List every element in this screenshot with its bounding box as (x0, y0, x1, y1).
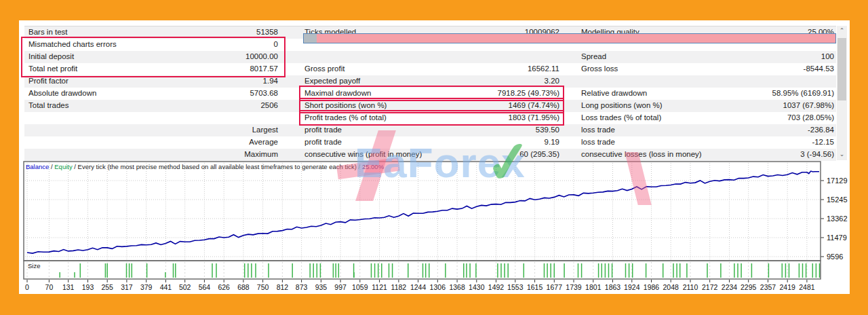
report-value: 58.95% (6169.91) (581, 89, 834, 97)
x-axis-label: 1059 (352, 283, 368, 291)
y-axis-label: 15245 (827, 196, 848, 204)
size-panel-bg (24, 261, 821, 279)
report-value: 3 (-94.56) (581, 150, 834, 158)
x-axis-label: 317 (121, 283, 133, 291)
legend-balance-label: Balance (26, 163, 49, 170)
x-axis-label: 2048 (663, 283, 679, 291)
chart-legend-line: Balance / Equity / Every tick (the most … (26, 163, 384, 170)
balance-chart: 1712915245133621147995960701311932553173… (23, 161, 850, 294)
report-value: -8544.53 (581, 64, 834, 73)
scroll-up-button[interactable]: ⌃ (837, 26, 847, 37)
report-value: 100 (581, 52, 834, 60)
chevron-up-icon: ⌃ (840, 27, 845, 34)
x-axis-label: 1492 (488, 283, 505, 291)
x-axis-label: 1986 (644, 283, 660, 291)
x-axis-label: 626 (218, 283, 230, 291)
report-row: Averageprofit trade9.19loss trade-12.15 (24, 136, 836, 149)
report-value: 2506 (28, 101, 278, 109)
x-axis-label: 1306 (430, 283, 446, 291)
legend-separator: / (357, 163, 362, 170)
x-axis-label: 255 (101, 283, 113, 291)
x-axis-label: 1801 (585, 283, 601, 291)
report-row: Largestprofit trade539.50loss trade-236.… (24, 124, 836, 136)
x-axis-label: 1121 (372, 283, 387, 291)
report-value: -236.84 (581, 126, 834, 134)
x-axis-label: 131 (62, 283, 75, 291)
report-value: 1803 (71.95%) (304, 113, 559, 122)
x-axis-label: 750 (257, 283, 269, 291)
report-value: 5703.68 (28, 89, 278, 97)
report-row: Initial deposit10000.00Spread100 (24, 51, 836, 63)
report-value: 8017.57 (28, 64, 278, 73)
scrollbar-thumb[interactable] (837, 38, 846, 100)
x-axis-label: 2481 (799, 283, 815, 291)
y-axis-label: 17129 (827, 177, 848, 185)
report-value: 7918.25 (49.73%) (304, 89, 559, 97)
x-axis-label: 1615 (527, 283, 543, 291)
x-axis-label: 0 (25, 283, 29, 291)
legend-equity-label: Equity (54, 163, 72, 170)
x-axis-label: 1182 (391, 283, 407, 291)
x-axis-label: 2419 (780, 283, 796, 291)
report-value: 9.19 (304, 138, 559, 146)
vertical-scrollbar[interactable]: ⌃ ⌄ (837, 26, 847, 160)
x-axis-label: 1368 (449, 283, 465, 291)
report-content-area: Bars in test51358Ticks modelled10009062M… (19, 20, 850, 294)
report-value: 0 (28, 40, 278, 48)
x-axis-label: 935 (315, 283, 328, 291)
x-axis-label: 2110 (683, 283, 698, 291)
report-value: 1037 (67.98%) (581, 101, 834, 109)
report-value: 10000.00 (28, 52, 278, 60)
x-axis-label: 441 (160, 283, 172, 291)
report-value: Maximum (28, 150, 278, 158)
report-value: 16562.11 (304, 64, 559, 73)
x-axis-label: 812 (277, 283, 289, 291)
x-axis-label: 688 (237, 283, 250, 291)
x-axis-label: 193 (82, 283, 94, 291)
x-axis-label: 2295 (741, 283, 757, 291)
report-value: 539.50 (304, 126, 559, 134)
report-value: 51358 (28, 28, 278, 36)
legend-method-text: Every tick (the most precise method base… (78, 163, 357, 170)
x-axis-label: 379 (140, 283, 153, 291)
report-row: Total trades2506Short positions (won %)1… (24, 100, 836, 112)
x-axis-label: 1739 (566, 283, 582, 291)
y-axis-label: 9596 (827, 253, 843, 261)
x-axis-label: 1863 (605, 283, 621, 291)
report-row: Maximumconsecutive wins (profit in money… (24, 149, 836, 161)
legend-separator: / (73, 163, 78, 170)
scroll-down-button[interactable]: ⌄ (837, 149, 847, 160)
backtest-report-table: Bars in test51358Ticks modelled10009062M… (24, 26, 836, 161)
report-value: 1.94 (28, 77, 278, 85)
report-value: Average (28, 138, 278, 146)
x-axis-label: 502 (179, 283, 191, 291)
report-value: Largest (28, 126, 278, 134)
legend-quality-value: 25.00% (362, 163, 384, 170)
y-axis-label: 11479 (827, 234, 847, 242)
x-axis-label: 2172 (702, 283, 718, 291)
chevron-down-icon: ⌄ (840, 151, 845, 158)
report-row: Absolute drawdown5703.68Maximal drawdown… (24, 88, 836, 100)
backtest-report-window: Bars in test51358Ticks modelled10009062M… (0, 0, 868, 315)
x-axis-label: 1924 (624, 283, 640, 291)
y-axis-label: 13362 (827, 215, 848, 223)
x-axis-label: 2234 (722, 283, 738, 291)
size-panel-label: Size (28, 262, 40, 270)
report-value: 60 (295.35) (304, 150, 559, 158)
x-axis-label: 873 (296, 283, 308, 291)
x-axis-label: 2357 (760, 283, 776, 291)
modelling-quality-bar-segment (304, 34, 317, 43)
modelling-quality-bar (303, 33, 836, 43)
report-value: 3.20 (304, 77, 559, 85)
x-axis-label: 564 (199, 283, 211, 291)
x-axis-label: 1553 (507, 283, 524, 291)
report-value: 1469 (74.74%) (304, 101, 559, 109)
report-value: -12.15 (581, 138, 834, 146)
report-value: 703 (28.05%) (581, 113, 834, 122)
x-axis-label: 1677 (547, 283, 563, 291)
report-row: Profit factor1.94Expected payoff3.20 (24, 75, 836, 88)
chart-plot-bg (24, 162, 821, 261)
report-row: Profit trades (% of total)1803 (71.95%)L… (24, 112, 836, 124)
x-axis-label: 1430 (469, 283, 485, 291)
x-axis-label: 70 (45, 283, 54, 291)
